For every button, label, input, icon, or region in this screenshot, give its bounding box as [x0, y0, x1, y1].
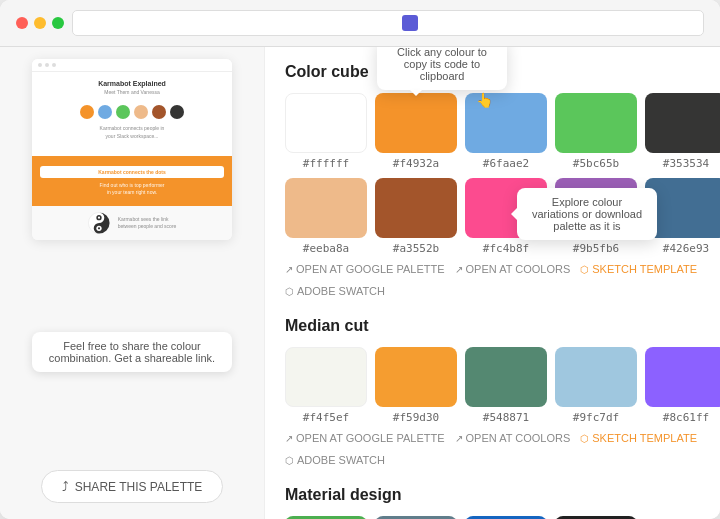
mc-adobe-icon: ⬡ [285, 455, 294, 466]
swatch-container-f4f5ef: #f4f5ef [285, 347, 367, 424]
avatar [170, 105, 184, 119]
browser-window: Karmabot Explained Meet Them and Vanessa… [0, 0, 720, 519]
swatch-container-353534: #353534 [645, 93, 720, 170]
color-label-ffffff: #ffffff [303, 157, 349, 170]
preview-dot [38, 63, 42, 67]
preview-bottom-text: Karmabot sees the linkbetween people and… [118, 216, 177, 230]
swatch-container-9fc7df: #9fc7df [555, 347, 637, 424]
external-link-icon: ↗ [285, 264, 293, 275]
traffic-lights [16, 17, 64, 29]
avatar [98, 105, 112, 119]
material-design-section: Material design [285, 486, 700, 519]
swatch-container-8c61ff: #8c61ff [645, 347, 720, 424]
median-cut-section: Median cut #f4f5ef #f59d30 #548871 [285, 317, 700, 466]
mc-sketch-icon: ⬡ [580, 433, 589, 444]
color-cube-row1: #ffffff #f4932a Click any colour to copy… [285, 93, 700, 170]
preview-title: Karmabot Explained [40, 80, 224, 87]
color-swatch-f4932a[interactable] [375, 93, 457, 153]
avatar [134, 105, 148, 119]
swatch-container-ffffff: #ffffff [285, 93, 367, 170]
swatch-container-eeba8a: #eeba8a [285, 178, 367, 255]
color-swatch-a3552b[interactable] [375, 178, 457, 238]
mc-adobe-swatch-link[interactable]: ⬡ ADOBE SWATCH [285, 454, 385, 466]
svg-point-3 [98, 217, 100, 219]
color-cube-row2: #eeba8a #a3552b #fc4b8f Explore colour v… [285, 178, 700, 255]
swatch-container-fc4b8f: #fc4b8f Explore colour variations or dow… [465, 178, 547, 255]
preview-subtitle: Meet Them and Vanessa [40, 89, 224, 95]
minimize-button[interactable] [34, 17, 46, 29]
color-swatch-8c61ff[interactable] [645, 347, 720, 407]
share-icon: ⤴ [62, 479, 69, 494]
color-label-353534: #353534 [663, 157, 709, 170]
color-swatch-eeba8a[interactable] [285, 178, 367, 238]
cursor-icon: 👆 [476, 92, 493, 108]
explore-tooltip: Explore colour variations or download pa… [517, 188, 657, 240]
preview-orange-inner: Karmabot connects the dots [40, 166, 224, 178]
right-panel: Color cube #ffffff #f4932a Click any [265, 47, 720, 519]
preview-avatars [40, 99, 224, 121]
mc-sketch-template-link[interactable]: ⬡ SKETCH TEMPLATE [580, 432, 697, 444]
share-palette-button[interactable]: ⤴ SHARE THIS PALETTE [41, 470, 224, 503]
color-swatch-f59d30[interactable] [375, 347, 457, 407]
mc-open-coolors-link[interactable]: ↗ OPEN AT COOLORS [455, 432, 571, 444]
close-button[interactable] [16, 17, 28, 29]
preview-card: Karmabot Explained Meet Them and Vanessa… [32, 59, 232, 240]
median-cut-title: Median cut [285, 317, 700, 335]
mc-open-google-palette-link[interactable]: ↗ OPEN AT GOOGLE PALETTE [285, 432, 445, 444]
open-google-palette-link[interactable]: ↗ OPEN AT GOOGLE PALETTE [285, 263, 445, 275]
color-label-8c61ff: #8c61ff [663, 411, 709, 424]
open-coolors-link[interactable]: ↗ OPEN AT COOLORS [455, 263, 571, 275]
swatch-container-f4932a: #f4932a Click any colour to copy its cod… [375, 93, 457, 170]
median-cut-actions: ↗ OPEN AT GOOGLE PALETTE ↗ OPEN AT COOLO… [285, 432, 700, 466]
median-cut-row: #f4f5ef #f59d30 #548871 #9fc7df [285, 347, 700, 424]
avatar [116, 105, 130, 119]
avatar [80, 105, 94, 119]
preview-orange-section: Karmabot connects the dots Find out who … [32, 156, 232, 206]
color-swatch-353534[interactable] [645, 93, 720, 153]
mc-external-link-icon: ↗ [285, 433, 293, 444]
yin-yang-icon [88, 212, 110, 234]
color-label-f59d30: #f59d30 [393, 411, 439, 424]
svg-point-4 [98, 227, 100, 229]
sketch-template-link[interactable]: ⬡ SKETCH TEMPLATE [580, 263, 697, 275]
preview-dot [45, 63, 49, 67]
sketch-icon: ⬡ [580, 264, 589, 275]
preview-inner-text: Karmabot connects the dots [43, 169, 221, 175]
left-tooltip: Feel free to share the colour combinatio… [32, 332, 232, 372]
color-label-f4932a: #f4932a [393, 157, 439, 170]
maximize-button[interactable] [52, 17, 64, 29]
color-swatch-f4f5ef[interactable] [285, 347, 367, 407]
swatch-container-548871: #548871 [465, 347, 547, 424]
left-panel: Karmabot Explained Meet Them and Vanessa… [0, 47, 265, 519]
color-label-6faae2: #6faae2 [483, 157, 529, 170]
favicon [402, 15, 418, 31]
swatch-container-f59d30: #f59d30 [375, 347, 457, 424]
color-swatch-548871[interactable] [465, 347, 547, 407]
color-cube-actions: ↗ OPEN AT GOOGLE PALETTE ↗ OPEN AT COOLO… [285, 263, 700, 297]
swatch-container-5bc65b: #5bc65b [555, 93, 637, 170]
color-swatch-ffffff[interactable] [285, 93, 367, 153]
avatar [152, 105, 166, 119]
color-label-fc4b8f: #fc4b8f [483, 242, 529, 255]
preview-orange-text: Find out who is top performerin your tea… [40, 182, 224, 196]
preview-dot [52, 63, 56, 67]
color-label-f4f5ef: #f4f5ef [303, 411, 349, 424]
copy-tooltip: Click any colour to copy its code to cli… [377, 47, 507, 90]
color-swatch-5bc65b[interactable] [555, 93, 637, 153]
address-bar[interactable] [72, 10, 704, 36]
preview-header [32, 59, 232, 72]
color-label-5bc65b: #5bc65b [573, 157, 619, 170]
external-link-icon2: ↗ [455, 264, 463, 275]
color-label-a3552b: #a3552b [393, 242, 439, 255]
material-design-title: Material design [285, 486, 700, 504]
browser-toolbar [0, 0, 720, 47]
color-label-9fc7df: #9fc7df [573, 411, 619, 424]
preview-bottom: Karmabot sees the linkbetween people and… [32, 206, 232, 240]
adobe-icon: ⬡ [285, 286, 294, 297]
preview-text: Karmabot connects people inyour Slack wo… [40, 125, 224, 140]
color-label-426e93: #426e93 [663, 242, 709, 255]
main-content: Karmabot Explained Meet Them and Vanessa… [0, 47, 720, 519]
color-swatch-9fc7df[interactable] [555, 347, 637, 407]
adobe-swatch-link[interactable]: ⬡ ADOBE SWATCH [285, 285, 385, 297]
color-label-9b5fb6: #9b5fb6 [573, 242, 619, 255]
